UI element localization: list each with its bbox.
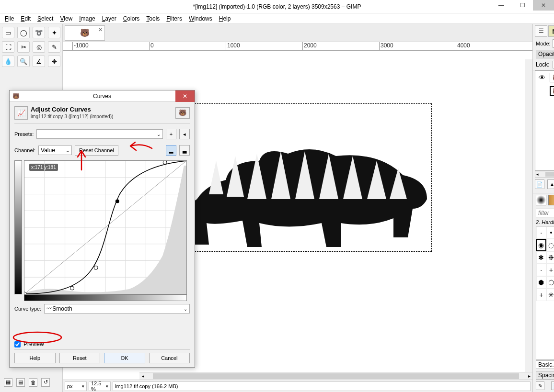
crop-tool[interactable]: ⛶ bbox=[2, 41, 14, 53]
curves-graph[interactable]: x:171 y:181 bbox=[24, 160, 187, 294]
layer-list[interactable]: 👁 🐻 img112.tif copy 🐻 original bbox=[535, 70, 554, 171]
curves-vertical-gradient bbox=[14, 160, 22, 294]
toolbox-btn-2[interactable]: ▤ bbox=[16, 378, 25, 387]
canvas-scrollbar-vertical[interactable] bbox=[525, 59, 532, 372]
menu-layer[interactable]: Layer bbox=[102, 15, 116, 22]
brush-name-label: 2. Hardness 050 (51 × 51) bbox=[533, 218, 554, 226]
curves-heading: Adjust Color Curves bbox=[31, 106, 91, 113]
curves-title: Curves bbox=[93, 93, 111, 100]
brush-new-button[interactable]: 📄 bbox=[551, 381, 554, 390]
layer-scrollbar-horizontal[interactable]: ◂▸ bbox=[535, 171, 554, 178]
menu-windows[interactable]: Windows bbox=[189, 15, 212, 22]
layer-new-button[interactable]: 📄 bbox=[535, 179, 544, 189]
ruler-tick: -1000 bbox=[72, 42, 149, 50]
scissors-tool[interactable]: ✂ bbox=[17, 41, 30, 53]
presets-add-button[interactable]: + bbox=[166, 129, 176, 139]
layer-up-button[interactable]: ▲ bbox=[547, 179, 554, 189]
bear-thumb-icon: 🐻 bbox=[80, 28, 90, 37]
menu-edit[interactable]: Edit bbox=[21, 15, 31, 22]
bear-image bbox=[178, 127, 432, 252]
dock-tab-layers-icon[interactable]: ☰ bbox=[535, 25, 547, 37]
layer-row[interactable]: 👁 🐻 img112.tif copy bbox=[535, 71, 554, 84]
menu-select[interactable]: Select bbox=[37, 15, 53, 22]
histogram-log-icon[interactable]: ▃ bbox=[179, 145, 190, 156]
histogram-linear-icon[interactable]: ▂ bbox=[166, 145, 176, 156]
preview-checkbox[interactable] bbox=[14, 341, 21, 347]
brush-swatch-pattern[interactable] bbox=[548, 195, 554, 205]
svg-point-16 bbox=[70, 286, 74, 290]
curves-close-button[interactable]: ✕ bbox=[175, 90, 195, 102]
menu-help[interactable]: Help bbox=[219, 15, 231, 22]
foreground-select-tool[interactable]: ◎ bbox=[33, 41, 45, 53]
canvas-scrollbar-horizontal[interactable]: ◂▸ bbox=[139, 372, 532, 380]
ellipse-select-tool[interactable]: ◯ bbox=[17, 27, 30, 38]
zoom-tool[interactable]: 🔍 bbox=[17, 56, 30, 67]
ruler-tick: 3000 bbox=[379, 42, 456, 50]
tab-close-button[interactable]: ✕ bbox=[98, 27, 103, 33]
dock-tab-channels-icon[interactable]: ▦ bbox=[548, 25, 554, 37]
brush-swatch-radial[interactable] bbox=[536, 195, 546, 205]
presets-select[interactable] bbox=[36, 129, 163, 139]
brush-category-select[interactable]: Basic. bbox=[536, 360, 554, 369]
curve-type-select[interactable]: 〰 Smooth bbox=[44, 304, 190, 314]
help-button[interactable]: Help bbox=[14, 353, 56, 363]
layer-thumb-icon: 🐻 bbox=[550, 86, 554, 96]
move-tool[interactable]: ✥ bbox=[48, 56, 60, 67]
reset-channel-button[interactable]: Reset Channel bbox=[75, 145, 118, 156]
menu-tools[interactable]: Tools bbox=[146, 15, 160, 22]
reset-button[interactable]: Reset bbox=[59, 353, 101, 363]
toolbox-btn-4[interactable]: ↺ bbox=[41, 378, 50, 387]
right-dock: ☰ ▦ ⤳ ↶ ◂ Mode: Normal Opacity 100.0 Loc… bbox=[532, 24, 554, 392]
ruler-tick: 1000 bbox=[226, 42, 302, 50]
presets-label: Presets: bbox=[14, 131, 34, 137]
image-tab[interactable]: 🐻 ✕ bbox=[65, 25, 105, 41]
presets-menu-button[interactable]: ◂ bbox=[179, 129, 190, 139]
layer-row[interactable]: 🐻 original bbox=[535, 84, 554, 98]
toolbox-btn-3[interactable]: 🗑 bbox=[29, 378, 37, 387]
menubar: File Edit Select View Image Layer Colors… bbox=[0, 13, 554, 24]
ruler-horizontal: -1000 0 1000 2000 3000 4000 bbox=[63, 42, 532, 51]
svg-point-18 bbox=[115, 199, 119, 203]
curves-title-icon: 🐻 bbox=[12, 93, 20, 100]
window-maximize-button[interactable]: ☐ bbox=[512, 0, 533, 11]
lock-label: Lock: bbox=[536, 61, 550, 68]
menu-view[interactable]: View bbox=[60, 15, 72, 22]
fuzzy-select-tool[interactable]: ✦ bbox=[48, 27, 60, 38]
menu-filters[interactable]: Filters bbox=[166, 15, 182, 22]
brush-filter-input[interactable]: filter bbox=[536, 209, 554, 217]
preview-label[interactable]: Preview bbox=[23, 341, 44, 347]
cancel-button[interactable]: Cancel bbox=[149, 353, 190, 363]
channel-label: Channel: bbox=[14, 147, 35, 153]
eye-icon[interactable]: 👁 bbox=[537, 74, 547, 81]
curves-preview-thumb: 🐻 bbox=[175, 107, 190, 119]
ruler-tick: 2000 bbox=[302, 42, 379, 50]
spacing-slider[interactable]: Spacing10.0 bbox=[536, 371, 554, 380]
status-file-info: img112.tif copy (166.2 MB) bbox=[113, 381, 531, 391]
ruler-tick: 0 bbox=[149, 42, 226, 50]
brush-grid[interactable]: ·•—–·◦○ ◉◌●●●●★ ✱❉❋✦✧✺✹ ·+·++·+ ⬢⬡❂✿❃❁⬤ … bbox=[536, 226, 554, 359]
status-unit-select[interactable]: px bbox=[65, 381, 87, 391]
curves-icon: 📈 bbox=[14, 106, 28, 120]
window-close-button[interactable]: ✕ bbox=[533, 0, 554, 11]
menu-colors[interactable]: Colors bbox=[123, 15, 140, 22]
menu-file[interactable]: File bbox=[5, 15, 14, 22]
ok-button[interactable]: OK bbox=[104, 353, 145, 363]
window-minimize-button[interactable]: — bbox=[491, 0, 512, 11]
curves-horizontal-gradient bbox=[24, 294, 187, 301]
measure-tool[interactable]: ∡ bbox=[33, 56, 45, 67]
toolbox-btn-1[interactable]: ▦ bbox=[4, 378, 12, 387]
color-picker-tool[interactable]: 💧 bbox=[2, 56, 14, 67]
opacity-slider[interactable]: Opacity 100.0 bbox=[536, 50, 554, 58]
curves-dialog[interactable]: 🐻 Curves ✕ 📈 Adjust Color Curves img112.… bbox=[9, 90, 195, 368]
menu-image[interactable]: Image bbox=[79, 15, 95, 22]
curve-type-label: Curve type: bbox=[14, 306, 41, 312]
path-tool[interactable]: ✎ bbox=[48, 41, 60, 53]
rect-select-tool[interactable]: ▭ bbox=[2, 27, 14, 38]
svg-point-19 bbox=[163, 161, 167, 164]
brush-edit-button[interactable]: ✎ bbox=[536, 381, 544, 390]
mode-select[interactable]: Normal bbox=[553, 39, 554, 48]
channel-select[interactable]: Value bbox=[38, 146, 72, 155]
lasso-tool[interactable]: ➰ bbox=[33, 27, 45, 38]
mode-label: Mode: bbox=[536, 41, 551, 46]
status-zoom-select[interactable]: 12.5 % bbox=[89, 381, 111, 391]
